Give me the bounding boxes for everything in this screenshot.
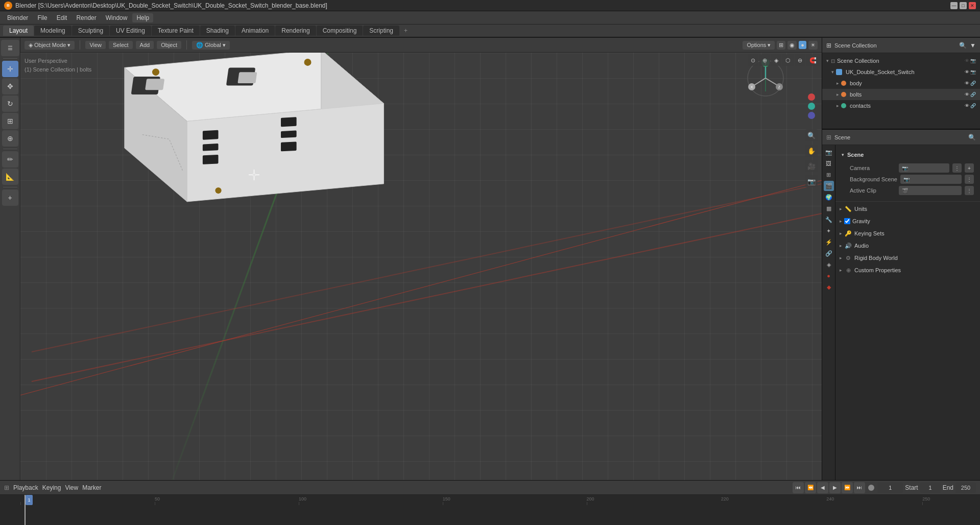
options-btn[interactable]: Options ▾ (743, 41, 775, 50)
timeline-content[interactable]: 1 50 100 150 200 220 240 250 1 (0, 495, 980, 525)
view-label[interactable]: View (65, 484, 78, 491)
marker-label[interactable]: Marker (82, 484, 101, 491)
menu-window[interactable]: Window (102, 13, 132, 22)
outliner-filter-icon[interactable]: ▼ (970, 42, 976, 49)
camera-link-icon[interactable]: ⋮ (952, 163, 962, 173)
cursor-tool-btn[interactable]: ✛ (2, 61, 18, 77)
particles-btn[interactable]: ✦ (824, 226, 834, 236)
viewport-shading-wireframe-btn[interactable]: ⊞ (777, 41, 785, 50)
rotate-tool-btn[interactable]: ↻ (2, 96, 18, 112)
keying-label[interactable]: Keying (42, 484, 61, 491)
orbit-btn[interactable]: 🎥 (805, 160, 818, 172)
proportional-edit-btn[interactable]: ⊖ (795, 55, 805, 66)
end-frame-input[interactable]: 250 (955, 483, 976, 493)
render-props-btn[interactable]: 📷 (824, 147, 834, 157)
menu-help[interactable]: Help (132, 13, 153, 22)
play-forward-btn[interactable]: ▶ (829, 482, 841, 493)
clip-link-icon[interactable]: ⋮ (965, 186, 974, 195)
scene-section-header[interactable]: ▾ Scene (840, 149, 976, 160)
custom-props-row[interactable]: ▸ ⊕ Custom Properties (835, 264, 980, 276)
transform-space-btn[interactable]: 🌐 Global ▾ (192, 41, 230, 50)
xray-toggle-btn[interactable]: ⬡ (782, 55, 794, 66)
data-btn[interactable]: ◈ (824, 259, 834, 270)
select-menu-btn[interactable]: Select (109, 41, 133, 49)
material-btn[interactable]: ● (824, 271, 834, 281)
camera-view-btn[interactable]: 📷 (805, 175, 818, 187)
world-props-btn[interactable]: 🌍 (824, 192, 834, 202)
gizmo-toggle-btn[interactable]: ⊕ (759, 55, 770, 66)
add-workspace-button[interactable]: + (400, 26, 412, 36)
modifier-props-btn[interactable]: 🔧 (824, 214, 834, 225)
keying-sets-row[interactable]: ▸ 🔑 Keying Sets (835, 227, 980, 240)
output-props-btn[interactable]: 🖼 (824, 158, 834, 169)
current-frame-input[interactable]: 1 (877, 483, 903, 493)
overlay-toggle-btn[interactable]: ⊙ (748, 55, 758, 66)
viewport-shading-rendered-btn[interactable]: ☀ (808, 41, 818, 50)
add-tool-btn[interactable]: + (2, 189, 18, 206)
menu-file[interactable]: File (33, 13, 51, 22)
outliner-scene-collection[interactable]: ▾ ⊡ Scene Collection 👁 📷 (822, 55, 980, 66)
snap-toggle-btn[interactable]: 🧲 (806, 55, 820, 66)
tab-texture-paint[interactable]: Texture Paint (152, 26, 200, 36)
outliner-item-body[interactable]: ▸ body 👁 🔗 (822, 78, 980, 89)
object-props-btn[interactable]: ▦ (824, 203, 834, 213)
gravity-section-row[interactable]: ▸ Gravity (835, 215, 980, 227)
play-back-btn[interactable]: ◀ (817, 482, 828, 493)
jump-to-start-btn[interactable]: ⏮ (793, 482, 804, 493)
tab-sculpting[interactable]: Sculpting (72, 26, 109, 36)
scale-tool-btn[interactable]: ⊞ (2, 113, 18, 129)
gravity-checkbox[interactable] (844, 218, 850, 224)
bg-scene-value[interactable]: 📷 (900, 175, 962, 184)
tab-compositing[interactable]: Compositing (317, 26, 363, 36)
bg-link-icon[interactable]: ⋮ (965, 175, 974, 184)
mode-selector-btn[interactable]: ☰ (1, 40, 19, 56)
props-search-icon[interactable]: 🔍 (968, 134, 976, 141)
zoom-btn[interactable]: 🔍 (805, 129, 818, 141)
move-tool-btn[interactable]: ✥ (2, 78, 18, 94)
mode-dropdown[interactable]: ◈ Object Mode ▾ (25, 41, 75, 50)
current-frame-marker[interactable]: 1 (26, 495, 33, 505)
view-menu-btn[interactable]: View (85, 41, 106, 49)
menu-render[interactable]: Render (72, 13, 100, 22)
outliner-item-contacts[interactable]: ▸ contacts 👁 🔗 (822, 100, 980, 111)
camera-value[interactable]: 📷 (899, 163, 949, 173)
measure-tool-btn[interactable]: 📐 (2, 169, 18, 185)
step-forward-btn[interactable]: ⏩ (842, 482, 853, 493)
rigid-body-row[interactable]: ▸ ⚙ Rigid Body World (835, 252, 980, 264)
maximize-button[interactable]: □ (960, 2, 967, 9)
start-frame-input[interactable]: 1 (920, 483, 941, 493)
audio-section-row[interactable]: ▸ 🔊 Audio (835, 240, 980, 252)
tab-uv-editing[interactable]: UV Editing (110, 26, 151, 36)
viewport-shading-solid-btn[interactable]: ◉ (787, 41, 797, 50)
object-menu-btn[interactable]: Object (157, 41, 181, 49)
menu-blender[interactable]: Blender (3, 13, 32, 22)
jump-to-end-btn[interactable]: ⏭ (854, 482, 865, 493)
outliner-item-uk-switch[interactable]: ▾ UK_Double_Socket_Switch 👁 📷 (822, 66, 980, 78)
close-button[interactable]: ✕ (969, 2, 976, 9)
transform-tool-btn[interactable]: ⊕ (2, 130, 18, 147)
outliner-item-bolts[interactable]: ▸ bolts 👁 🔗 (822, 89, 980, 100)
tab-layout[interactable]: Layout (3, 26, 34, 36)
annotate-tool-btn[interactable]: ✏ (2, 151, 18, 168)
step-back-btn[interactable]: ⏪ (805, 482, 816, 493)
playback-label[interactable]: Playback (13, 484, 38, 491)
viewport-canvas[interactable]: User Perspective (1) Scene Collection | … (20, 53, 822, 480)
add-menu-btn[interactable]: Add (136, 41, 154, 49)
menu-edit[interactable]: Edit (53, 13, 71, 22)
tab-scripting[interactable]: Scripting (363, 26, 399, 36)
constraints-btn[interactable]: 🔗 (824, 248, 834, 258)
view-layer-btn[interactable]: ⊞ (824, 170, 834, 180)
scene-props-btn[interactable]: 🎬 (824, 181, 834, 191)
shader-btn[interactable]: ◆ (824, 282, 834, 292)
tab-modeling[interactable]: Modeling (34, 26, 71, 36)
tab-animation[interactable]: Animation (235, 26, 275, 36)
minimize-button[interactable]: — (950, 2, 958, 9)
tab-rendering[interactable]: Rendering (275, 26, 316, 36)
viewport-shading-material-btn[interactable]: ● (799, 41, 806, 49)
active-clip-value[interactable]: 🎬 (899, 186, 962, 195)
tab-shading[interactable]: Shading (200, 26, 235, 36)
pan-btn[interactable]: ✋ (805, 145, 818, 157)
camera-new-icon[interactable]: + (965, 163, 974, 173)
physics-btn[interactable]: ⚡ (824, 237, 834, 247)
outliner-search-icon[interactable]: 🔍 (959, 42, 967, 49)
